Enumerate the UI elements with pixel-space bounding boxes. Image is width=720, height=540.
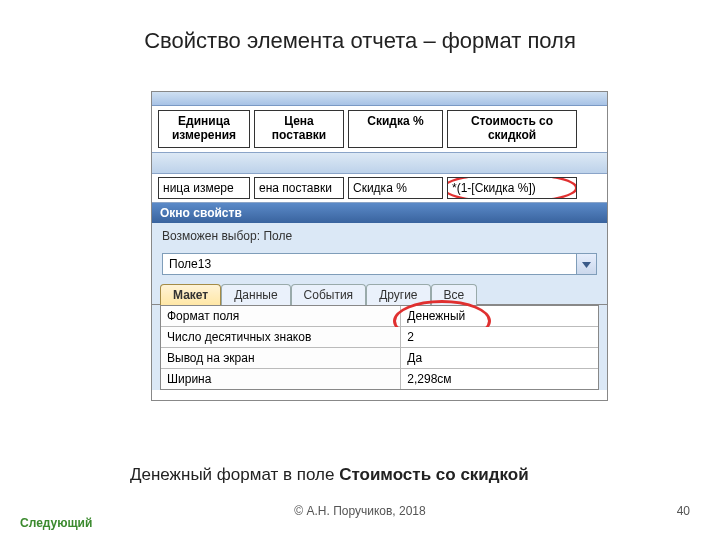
prop-row-width[interactable]: Ширина 2,298см <box>161 369 598 389</box>
caption-text: Денежный формат в поле <box>130 465 339 484</box>
next-slide-link[interactable]: Следующий <box>20 517 90 530</box>
col-header-unit: Единица измерения <box>158 110 250 148</box>
prop-label-format: Формат поля <box>161 306 401 326</box>
prop-label-visible: Вывод на экран <box>161 348 401 368</box>
property-grid: Формат поля Денежный Число десятичных зн… <box>160 305 599 390</box>
tab-events[interactable]: События <box>291 284 367 305</box>
access-report-designer: Единица измерения Цена поставки Скидка %… <box>152 92 607 400</box>
slide-title: Свойство элемента отчета – формат поля <box>0 0 720 54</box>
report-column-headers: Единица измерения Цена поставки Скидка %… <box>152 106 607 153</box>
tab-other[interactable]: Другие <box>366 284 430 305</box>
page-number: 40 <box>677 504 690 518</box>
tab-layout[interactable]: Макет <box>160 284 221 305</box>
copyright-text: © А.Н. Поручиков, 2018 <box>294 504 425 518</box>
dropdown-button[interactable] <box>576 254 596 274</box>
selected-control-name: Поле13 <box>163 254 576 274</box>
prop-row-visible[interactable]: Вывод на экран Да <box>161 348 598 369</box>
field-price[interactable]: ена поставки <box>254 177 344 199</box>
property-tabs: Макет Данные События Другие Все <box>152 283 607 305</box>
col-header-discount: Скидка % <box>348 110 443 148</box>
col-header-cost: Стоимость со скидкой <box>447 110 577 148</box>
prop-row-format[interactable]: Формат поля Денежный <box>161 306 598 327</box>
field-discount[interactable]: Скидка % <box>348 177 443 199</box>
prop-val-format[interactable]: Денежный <box>401 306 598 326</box>
field-cost-expression-text: *(1-[Скидка %]) <box>452 181 536 195</box>
field-unit[interactable]: ница измере <box>158 177 250 199</box>
report-design-cells: ница измере ена поставки Скидка % *(1-[С… <box>152 174 607 202</box>
field-cost-expression[interactable]: *(1-[Скидка %]) <box>447 177 577 199</box>
prop-label-width: Ширина <box>161 369 401 389</box>
tab-all[interactable]: Все <box>431 284 478 305</box>
caption-bold: Стоимость со скидкой <box>339 465 529 484</box>
property-sheet: Окно свойств Возможен выбор: Поле Поле13… <box>152 202 607 390</box>
property-sheet-subtitle: Возможен выбор: Поле <box>152 223 607 249</box>
col-header-price: Цена поставки <box>254 110 344 148</box>
slide-caption: Денежный формат в поле Стоимость со скид… <box>130 465 529 485</box>
chevron-down-icon <box>582 257 591 271</box>
tab-data[interactable]: Данные <box>221 284 290 305</box>
prop-row-decimals[interactable]: Число десятичных знаков 2 <box>161 327 598 348</box>
selected-control-combo[interactable]: Поле13 <box>162 253 597 275</box>
prop-val-width[interactable]: 2,298см <box>401 369 598 389</box>
prop-val-decimals[interactable]: 2 <box>401 327 598 347</box>
prop-label-decimals: Число десятичных знаков <box>161 327 401 347</box>
prop-val-visible[interactable]: Да <box>401 348 598 368</box>
property-sheet-title: Окно свойств <box>152 203 607 223</box>
window-titlebar-strip <box>152 92 607 106</box>
section-divider <box>152 152 607 174</box>
